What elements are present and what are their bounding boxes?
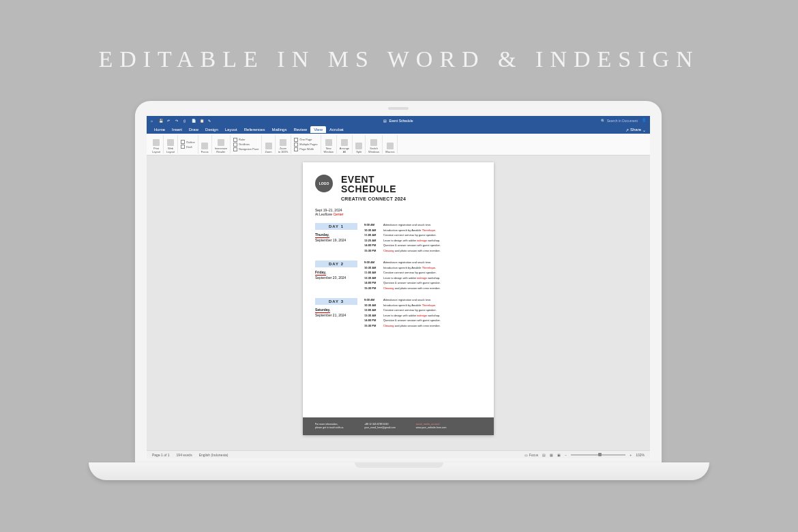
schedule-time: 11:00 AM [364, 233, 379, 237]
document-page[interactable]: LOGO EVENT SCHEDULE CREATIVE CONNECT 202… [303, 162, 494, 435]
document-title: ▤ Event Schedule [383, 119, 413, 123]
schedule-time: 14:00 PM [364, 281, 379, 284]
schedule-time: 15:30 PM [364, 286, 379, 290]
focus-mode[interactable]: ▭ Focus [524, 453, 538, 457]
web-layout-button[interactable]: WebLayout [164, 135, 178, 153]
event-location: At Leoflove Center [315, 212, 482, 216]
attach-icon[interactable]: ✎ [208, 119, 212, 123]
share-button[interactable]: ↗ Share ⌄ [625, 128, 646, 132]
one-page-button[interactable]: One Page [294, 138, 312, 142]
language-indicator[interactable]: English (Indonesia) [199, 453, 228, 457]
zoom-level[interactable]: 102% [636, 453, 645, 457]
draft-button[interactable]: Draft [181, 145, 192, 149]
schedule-row: 12:30 AMLearn to design with adobe indes… [364, 276, 482, 280]
footer-col-2: +88 12 345 6789 1010your_email_here@gmai… [364, 423, 396, 430]
schedule-time: 15:30 PM [364, 324, 379, 327]
day-date: Friday,September 20, 2024 [315, 270, 357, 280]
schedule-desc: Question & answer session with guest spe… [383, 281, 482, 284]
view-web-icon[interactable]: ▦ [550, 453, 553, 457]
schedule-time: 12:30 AM [364, 276, 379, 280]
event-title-1: EVENT [341, 175, 406, 184]
print-icon[interactable]: ⎙ [183, 119, 188, 123]
page-footer: For more information,please get in touch… [303, 417, 494, 436]
switch-icon [370, 139, 377, 146]
menu-tab-view[interactable]: View [310, 126, 326, 133]
logo-placeholder: LOGO [315, 175, 333, 192]
immersive-reader-button[interactable]: ImmersiveReader [212, 135, 231, 153]
view-print-icon[interactable]: ▤ [542, 453, 546, 457]
word-count[interactable]: 194 words [177, 453, 192, 457]
laptop-notch [355, 462, 443, 468]
promo-heading: EDITABLE IN MS WORD & INDESIGN [0, 0, 798, 72]
schedule-row: 13:30 AMLearn to design with adobe indes… [364, 314, 482, 317]
quick-access-toolbar: ⌂ 💾 ↶ ↷ ⎙ 📄 📋 ✎ [151, 119, 212, 123]
switch-windows-button[interactable]: SwitchWindows [366, 135, 383, 153]
screen: ⌂ 💾 ↶ ↷ ⎙ 📄 📋 ✎ ▤ Event Schedule Search … [147, 116, 650, 458]
clipboard-icon[interactable]: 📋 [200, 119, 204, 123]
document-canvas[interactable]: LOGO EVENT SCHEDULE CREATIVE CONNECT 202… [147, 156, 650, 450]
new-window-button[interactable]: NewWindow [321, 135, 337, 153]
schedule-desc: Creative connect seminar by guest speake… [383, 271, 482, 274]
menu-tab-insert[interactable]: Insert [168, 126, 186, 133]
search-box[interactable]: Search in Document [601, 119, 638, 123]
menu-tab-design[interactable]: Design [202, 126, 222, 133]
laptop-base [89, 462, 709, 480]
print-layout-button[interactable]: PrintLayout [149, 135, 164, 153]
redo-icon[interactable]: ↷ [175, 119, 179, 123]
schedule-desc: Creative connect seminar by guest speake… [383, 233, 482, 237]
menu-tab-acrobat[interactable]: Acrobat [326, 126, 347, 133]
schedule-time: 12:25 AM [364, 239, 379, 242]
schedule-time: 9:00 AM [364, 223, 379, 226]
schedule-row: 15:30 PMCleasing and photo session with … [364, 286, 482, 290]
macros-button[interactable]: Macros [383, 135, 398, 153]
page-count[interactable]: Page 1 of 1 [152, 453, 170, 457]
ruler-checkbox[interactable]: Ruler [233, 138, 246, 142]
zoom-in-button[interactable]: + [630, 453, 632, 457]
page-width-button[interactable]: Page Width [294, 147, 314, 151]
zoom-slider[interactable] [571, 454, 625, 456]
focus-button[interactable]: Focus [198, 135, 212, 153]
schedule-desc: Learn to design with adobe indesign work… [383, 314, 482, 317]
zoom-out-button[interactable]: − [565, 453, 567, 457]
zoom-button[interactable]: Zoom [262, 135, 275, 153]
gridlines-checkbox[interactable]: Gridlines [233, 143, 250, 147]
user-icon[interactable]: 👤 [642, 118, 647, 123]
web-layout-icon [167, 139, 174, 146]
view-read-icon[interactable]: ▣ [557, 453, 561, 457]
macros-icon [387, 143, 394, 149]
schedule-row: 10:30 AMIntroduction speech by Amabile T… [364, 304, 482, 307]
split-button[interactable]: Split [353, 135, 366, 153]
day-date: Saturday,September 21, 2024 [315, 308, 357, 318]
schedule-row: 9:00 AMAttendance registration and snack… [364, 261, 482, 264]
home-icon[interactable]: ⌂ [151, 119, 155, 123]
menu-tab-references[interactable]: References [241, 126, 269, 133]
nav-pane-checkbox[interactable]: Navigation Pane [233, 147, 258, 151]
print-layout-icon [153, 139, 160, 146]
menu-tab-home[interactable]: Home [151, 126, 168, 133]
save-icon[interactable]: 💾 [159, 119, 163, 123]
schedule-desc: Introduction speech by Amabile Therehope… [383, 304, 482, 307]
menu-tab-review[interactable]: Review [290, 126, 310, 133]
schedule-desc: Learn to design with adobe indesign work… [383, 276, 482, 280]
schedule-row: 9:00 AMAttendance registration and snack… [364, 223, 482, 226]
zoom-100-button[interactable]: Zoomto 100% [276, 135, 292, 153]
schedule-desc: Introduction speech by Amabile Therehope… [383, 228, 482, 232]
doc-icon[interactable]: 📄 [192, 119, 196, 123]
undo-icon[interactable]: ↶ [167, 119, 171, 123]
schedule-row: 11:00 AMCreative connect seminar by gues… [364, 233, 482, 237]
menu-tab-mailings[interactable]: Mailings [268, 126, 290, 133]
outline-button[interactable]: Outline [181, 140, 195, 144]
page-options: One Page Multiple Pages Page Width [291, 135, 321, 153]
day-section: DAY 3Saturday,September 21, 20249:00 AMA… [315, 298, 482, 329]
event-subtitle: CREATIVE CONNECT 2024 [341, 196, 406, 201]
titlebar: ⌂ 💾 ↶ ↷ ⎙ 📄 📋 ✎ ▤ Event Schedule Search … [147, 116, 650, 125]
schedule-desc: Introduction speech by Amabile Therehope… [383, 266, 482, 269]
menu-tab-draw[interactable]: Draw [186, 126, 202, 133]
schedule-row: 12:00 AMCreative connect seminar by gues… [364, 308, 482, 312]
schedule-row: 14:00 PMQuestion & answer session with g… [364, 281, 482, 284]
menu-tab-layout[interactable]: Layout [222, 126, 241, 133]
multiple-pages-button[interactable]: Multiple Pages [294, 143, 317, 147]
schedule-time: 10:30 AM [364, 266, 379, 269]
arrange-all-button[interactable]: ArrangeAll [337, 135, 353, 153]
schedule-time: 10:30 AM [364, 228, 379, 232]
